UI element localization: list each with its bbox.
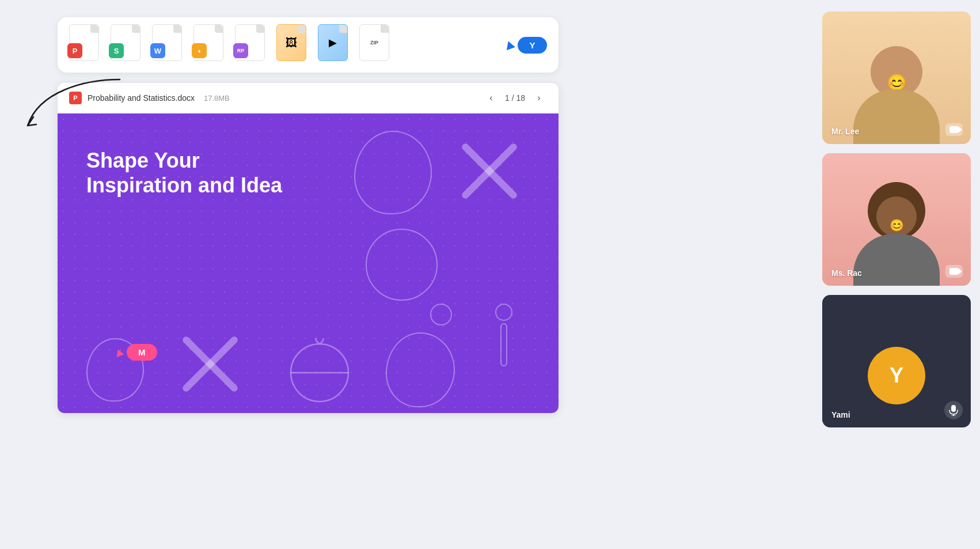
svg-rect-1 [951,405,956,412]
user-cursor-y: Y [505,37,547,54]
right-panel: 😊 Mr. Lee 😊 [813,0,980,549]
ms-rac-hair: 😊 [868,182,925,240]
file-icon-zip[interactable]: ZIP [359,24,394,66]
file-icon-sheets[interactable]: S [111,24,145,66]
file-toolbar: P S W ♦ RP 🖼 [58,17,559,73]
participant-card-mr-lee: 😊 Mr. Lee [822,12,971,144]
mic-icon [949,404,958,416]
file-badge-sheets: S [109,43,124,58]
document-viewer: P Probability and Statistics.docx 17.8MB… [58,83,559,413]
shape-blob-top [354,131,432,214]
file-icon-prototype[interactable]: RP [235,24,269,66]
file-icon-image[interactable]: 🖼 [276,24,311,66]
video-icon: ▶ [329,36,337,49]
shape-circle-small [430,304,452,325]
mr-lee-label: Mr. Lee [831,127,859,136]
cursor-arrow-y [504,40,516,51]
doc-header: P Probability and Statistics.docx 17.8MB… [58,83,559,113]
shape-x-top-right [452,134,527,209]
yami-avatar: Y [868,347,925,404]
page-indicator: 1 / 18 [505,93,525,103]
file-badge-design: ♦ [192,43,207,58]
image-icon: 🖼 [286,36,297,50]
cursor-label-m: M [127,344,157,361]
ms-rac-face: 😊 [876,218,917,232]
prev-page-button[interactable]: ‹ [483,90,499,106]
camera-shape [949,126,959,133]
file-badge-powerpoint: P [67,43,82,58]
zip-label: ZIP [370,40,378,46]
slide-title-line2: Inspiration and Idea [86,173,282,198]
arrow-annotation [16,74,131,134]
shape-circle-middle [366,229,438,301]
file-badge-prototype: RP [233,43,248,58]
file-icon-video[interactable]: ▶ [318,24,352,66]
user-cursor-m: M [115,344,157,361]
file-icon-design[interactable]: ♦ [193,24,228,66]
shape-blob-bottom-right [386,332,455,407]
shape-apple-bottom [282,338,357,407]
doc-navigation: ‹ 1 / 18 › [483,90,547,106]
ms-rac-label: Ms. Rac [831,268,862,278]
file-badge-word: W [150,43,165,58]
slide-text: Shape Your Inspiration and Idea [86,148,282,198]
shape-x-bottom-left [173,327,248,402]
ms-rac-camera-icon[interactable] [945,265,963,278]
cursor-label-y: Y [518,37,547,54]
participant-card-ms-rac: 😊 Ms. Rac [822,153,971,286]
ms-rac-head: 😊 [876,196,917,237]
file-icon-word[interactable]: W [152,24,187,66]
yami-mic-button[interactable] [944,401,963,419]
slide-title-line1: Shape Your [86,148,282,173]
main-content-area: P S W ♦ RP 🖼 [0,0,813,549]
participant-card-yami: Y Yami [822,295,971,427]
shape-i [495,304,512,366]
file-icon-powerpoint[interactable]: P [69,24,104,66]
ms-rac-camera-shape [949,268,959,275]
mr-lee-camera-icon[interactable] [945,123,963,136]
next-page-button[interactable]: › [531,90,547,106]
doc-filesize: 17.8MB [204,94,230,103]
yami-label: Yami [831,410,850,419]
slide-content: Shape Your Inspiration and Idea [58,113,559,413]
cursor-arrow-m [114,347,124,357]
